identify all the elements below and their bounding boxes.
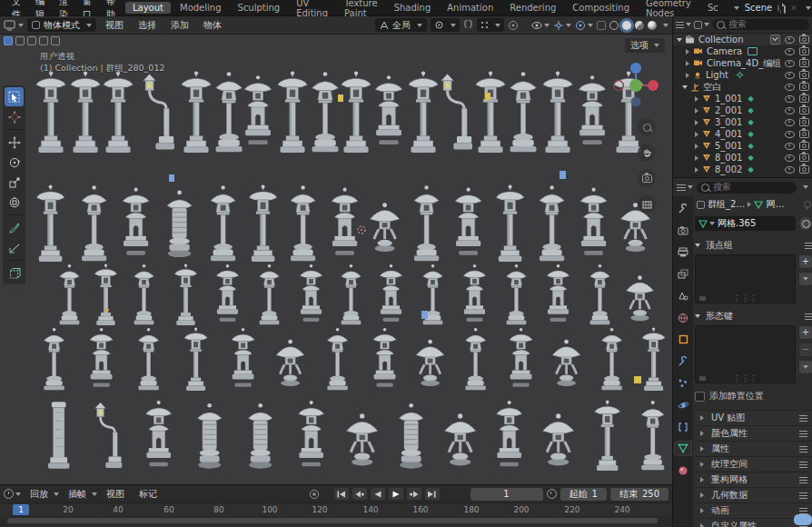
outliner-item-label[interactable]: 空白 bbox=[703, 81, 721, 94]
auto-key-record-button[interactable] bbox=[309, 489, 320, 500]
prev-keyframe-button[interactable] bbox=[352, 488, 367, 500]
lantern-model[interactable] bbox=[211, 185, 235, 261]
panel-menu-icon[interactable] bbox=[799, 462, 807, 468]
lantern-model[interactable] bbox=[465, 328, 485, 390]
lantern-model[interactable] bbox=[543, 413, 574, 465]
outliner-item-label[interactable]: Camera bbox=[707, 46, 742, 56]
outliner-item-label[interactable]: 2_001 bbox=[715, 105, 742, 115]
shape-keys-panel-header[interactable]: 形态键 bbox=[695, 310, 812, 323]
panel-menu-icon[interactable] bbox=[799, 431, 807, 437]
chevron-down-icon[interactable] bbox=[544, 24, 550, 27]
workspace-tab-shading[interactable]: Shading bbox=[387, 2, 439, 14]
menu-add[interactable]: 添加 bbox=[165, 19, 194, 32]
lantern-model[interactable] bbox=[167, 191, 192, 258]
workspace-tab-sculpting[interactable]: Sculpting bbox=[231, 2, 288, 14]
lantern-models[interactable] bbox=[0, 35, 672, 484]
mode-selector[interactable]: 物体模式 bbox=[27, 18, 96, 32]
lantern-model[interactable] bbox=[590, 264, 610, 324]
chevron-down-icon[interactable] bbox=[588, 24, 593, 27]
vertex-groups-list[interactable]: ⋮⋮⋮ bbox=[695, 254, 796, 303]
lantern-model[interactable] bbox=[627, 275, 654, 321]
gizmo-z-axis[interactable] bbox=[630, 63, 641, 74]
frame-end-field[interactable]: 结束 250 bbox=[610, 488, 668, 501]
cursor-tool[interactable] bbox=[5, 107, 24, 126]
lantern-model[interactable] bbox=[543, 71, 572, 153]
timeline-editor-icon[interactable] bbox=[4, 489, 14, 499]
render-visibility-icon[interactable] bbox=[799, 130, 809, 138]
timeline-scrollbar[interactable] bbox=[7, 518, 658, 523]
chevron-down-icon[interactable] bbox=[803, 185, 808, 189]
render-visibility-icon[interactable] bbox=[799, 47, 809, 55]
lantern-model[interactable] bbox=[510, 72, 537, 152]
pin-icon[interactable] bbox=[777, 5, 779, 12]
chevron-down-icon[interactable] bbox=[686, 23, 691, 26]
xray-toggle-icon[interactable] bbox=[597, 21, 606, 30]
playhead[interactable]: 1 bbox=[13, 504, 29, 515]
expand-icon[interactable] bbox=[695, 167, 698, 173]
pivot-point[interactable] bbox=[431, 18, 460, 32]
tab-tool[interactable] bbox=[675, 202, 691, 215]
lantern-model[interactable] bbox=[249, 185, 277, 262]
shading-rendered-button[interactable] bbox=[648, 21, 657, 30]
workspace-tab-animation[interactable]: Animation bbox=[440, 2, 500, 14]
datablock-name[interactable]: 网格.365 bbox=[718, 217, 756, 230]
rotate-tool[interactable] bbox=[5, 153, 24, 172]
chevron-down-icon[interactable] bbox=[663, 24, 668, 27]
gizmo-x-axis[interactable] bbox=[648, 80, 659, 91]
panel-menu-icon[interactable] bbox=[799, 508, 807, 514]
tab-render[interactable] bbox=[675, 224, 691, 237]
lantern-model[interactable] bbox=[60, 264, 80, 324]
lantern-model[interactable] bbox=[595, 400, 620, 471]
render-visibility-icon[interactable] bbox=[799, 118, 809, 126]
lantern-model[interactable] bbox=[278, 71, 307, 153]
unlink-scene-icon[interactable]: ✕ bbox=[790, 4, 797, 13]
shape-key-specials-button[interactable] bbox=[798, 360, 812, 374]
lantern-model[interactable] bbox=[332, 188, 358, 255]
outliner-row-group[interactable]: 2_001 ◆ bbox=[673, 104, 812, 116]
lantern-model[interactable] bbox=[342, 71, 371, 153]
lantern-model[interactable] bbox=[373, 328, 396, 387]
lantern-model[interactable] bbox=[455, 188, 481, 255]
lantern-model[interactable] bbox=[342, 264, 361, 324]
hide-icon[interactable] bbox=[785, 48, 795, 55]
pan-button[interactable] bbox=[638, 144, 656, 162]
outliner-row-group[interactable]: 3_001 ◆ bbox=[673, 116, 812, 128]
next-keyframe-button[interactable] bbox=[407, 488, 421, 500]
tab-output[interactable] bbox=[675, 245, 691, 259]
outliner-item-label[interactable]: Cinema_4D_编组 bbox=[707, 57, 781, 70]
menu-view[interactable]: 视图 bbox=[100, 19, 129, 32]
lantern-model[interactable] bbox=[95, 403, 123, 468]
lantern-model[interactable] bbox=[232, 328, 254, 387]
viewport-toggle-icon[interactable] bbox=[39, 36, 48, 45]
transform-tool[interactable] bbox=[5, 193, 24, 212]
lantern-model[interactable] bbox=[497, 401, 522, 466]
workspace-tab-layout[interactable]: Layout bbox=[125, 2, 171, 14]
viewport-toggle-icon[interactable] bbox=[15, 36, 25, 45]
lantern-model[interactable] bbox=[184, 327, 207, 391]
render-visibility-icon[interactable] bbox=[799, 59, 809, 67]
section-color-attributes[interactable]: 颜色属性 bbox=[695, 425, 812, 441]
shading-solid-button[interactable] bbox=[622, 21, 631, 30]
hide-icon[interactable] bbox=[785, 72, 795, 79]
transform-orientation[interactable]: 全局 bbox=[375, 18, 427, 32]
play-reverse-button[interactable] bbox=[371, 488, 385, 500]
timeline-ruler[interactable]: 20 40 60 80 100 120 140 160 180 200 220 … bbox=[0, 502, 672, 516]
ortho-toggle-button[interactable] bbox=[638, 194, 656, 213]
lantern-model[interactable] bbox=[36, 185, 64, 262]
lantern-model[interactable] bbox=[347, 413, 378, 465]
lantern-model[interactable] bbox=[540, 185, 564, 261]
select-box-tool[interactable] bbox=[5, 87, 24, 106]
navigation-gizmo[interactable] bbox=[612, 60, 659, 107]
lantern-model[interactable] bbox=[370, 203, 399, 252]
section-attributes[interactable]: 属性 bbox=[695, 441, 812, 456]
lantern-model[interactable] bbox=[300, 264, 322, 322]
tab-object[interactable] bbox=[675, 333, 691, 346]
chevron-down-icon[interactable] bbox=[688, 185, 693, 189]
viewport-3d[interactable]: 用户透视 (1) Collection | 群组_280_012 bbox=[0, 35, 672, 484]
outliner-item-label[interactable]: 5_001 bbox=[715, 141, 742, 151]
lantern-model[interactable] bbox=[414, 185, 439, 261]
lantern-model[interactable] bbox=[146, 401, 172, 466]
hide-icon[interactable] bbox=[785, 166, 795, 174]
outliner-row-empty[interactable]: 空白 bbox=[673, 81, 812, 93]
lantern-model[interactable] bbox=[441, 75, 472, 150]
